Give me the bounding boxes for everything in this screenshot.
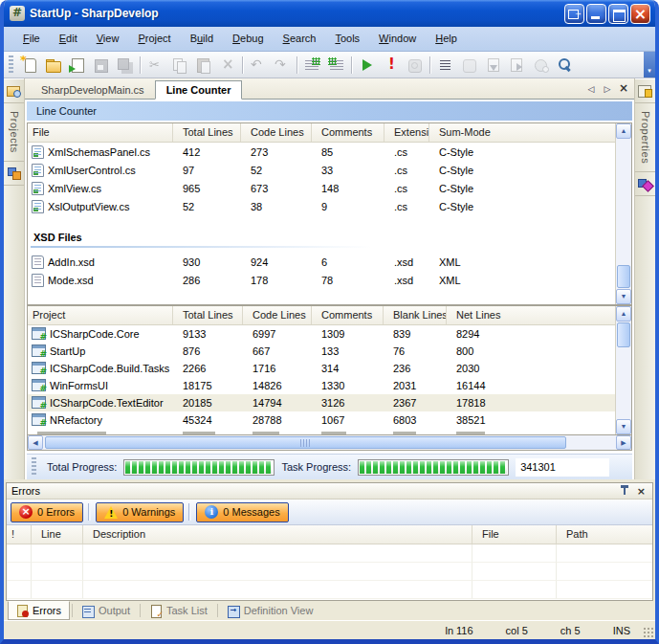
delete-button[interactable]: [215, 54, 239, 76]
table-row[interactable]: XmlSchemasPanel.cs41227385.csC-Style: [28, 143, 615, 161]
pad-label-projects[interactable]: Projects: [9, 103, 20, 161]
table-row[interactable]: AddIn.xsd9309246.xsdXML: [28, 253, 615, 271]
uncomment-region-button[interactable]: [324, 54, 348, 76]
table-row[interactable]: WinFormsUI18175148261330203116144: [28, 377, 615, 394]
prev-doc-icon[interactable]: ◁: [584, 82, 598, 96]
pad-tab-properties[interactable]: [635, 78, 655, 103]
table-row[interactable]: XslOutputView.cs52389.csC-Style: [28, 197, 615, 215]
menu-item-file[interactable]: File: [13, 27, 50, 51]
bottom-tab-output[interactable]: Output: [75, 601, 138, 620]
close-panel-icon[interactable]: ×: [635, 485, 648, 498]
menu-item-build[interactable]: Build: [181, 27, 223, 51]
search-button[interactable]: [553, 54, 577, 76]
column-header-description[interactable]: Description: [83, 525, 472, 544]
errors-filter-button[interactable]: 0 Errors: [11, 502, 83, 522]
menu-item-debug[interactable]: Debug: [223, 27, 273, 51]
open-file-button[interactable]: [41, 54, 65, 76]
column-header-comments[interactable]: Comments: [312, 123, 384, 142]
minimize-icon[interactable]: [586, 4, 606, 24]
column-header-extension[interactable]: Extension: [384, 123, 429, 142]
column-header-file[interactable]: File: [28, 123, 173, 142]
bottom-tab-definition-view[interactable]: Definition View: [220, 601, 321, 620]
stop-button[interactable]: [403, 54, 427, 76]
scroll-track[interactable]: [617, 322, 630, 419]
toggle-window-icon[interactable]: [564, 4, 584, 24]
scroll-thumb[interactable]: [45, 436, 566, 449]
pad-tab-secondary[interactable]: [4, 161, 24, 186]
table-row[interactable]: StartUp87666713376800: [28, 343, 615, 360]
scroll-track[interactable]: [43, 436, 616, 449]
undo-button[interactable]: [246, 54, 270, 76]
menu-item-tools[interactable]: Tools: [325, 27, 369, 51]
toolbar-grip-handle[interactable]: [9, 56, 13, 75]
column-header-total-lines[interactable]: Total Lines: [173, 123, 241, 142]
list-lines-button[interactable]: [433, 54, 457, 76]
abort-button[interactable]: [379, 54, 403, 76]
projects-table-hscrollbar[interactable]: ◀ ▶: [27, 435, 632, 451]
menu-item-window[interactable]: Window: [369, 27, 426, 51]
save-all-button[interactable]: [113, 54, 137, 76]
column-header-code-lines[interactable]: Code Lines: [241, 123, 312, 142]
maximize-icon[interactable]: [608, 4, 628, 24]
column-header-code-lines[interactable]: Code Lines: [243, 306, 312, 324]
table-row[interactable]: NRefactory45324287881067680338521: [28, 411, 615, 429]
title-bar[interactable]: # StartUp - SharpDevelop: [4, 0, 655, 27]
resize-grip[interactable]: [642, 626, 654, 638]
column-header-project[interactable]: Project: [28, 306, 173, 324]
menu-item-view[interactable]: View: [87, 27, 129, 51]
close-icon[interactable]: [630, 4, 650, 24]
table-row[interactable]: ICSharpCode.Core9133699713098398294: [28, 325, 615, 343]
save-file-button[interactable]: [89, 54, 113, 76]
table-row[interactable]: XmlView.cs965673148.csC-Style: [28, 179, 615, 197]
projects-table-vscrollbar[interactable]: ▲ ▼: [615, 306, 631, 434]
pad-tab-projects[interactable]: [4, 78, 24, 103]
warnings-filter-button[interactable]: 0 Warnings: [96, 502, 184, 522]
doc-tab-sharpdevelopmain-cs[interactable]: SharpDevelopMain.cs: [31, 81, 155, 99]
doc-tab-line-counter[interactable]: Line Counter: [155, 80, 243, 100]
column-header-blank-lines[interactable]: Blank Lines: [384, 306, 447, 324]
paste-button[interactable]: [191, 54, 215, 76]
run-button[interactable]: [355, 54, 379, 76]
bottom-tab-errors[interactable]: Errors: [8, 601, 70, 620]
copy-button[interactable]: [167, 54, 191, 76]
menu-item-project[interactable]: Project: [128, 27, 180, 51]
column-header-total-lines[interactable]: Total Lines: [173, 306, 243, 324]
close-doc-icon[interactable]: ×: [617, 82, 630, 96]
table-row[interactable]: ICSharpCode.Build.Tasks22661716314236203…: [28, 360, 615, 377]
files-table-vscrollbar[interactable]: ▲ ▼: [615, 123, 631, 304]
scroll-up-icon[interactable]: ▲: [616, 306, 631, 322]
next-doc-icon[interactable]: ▷: [601, 82, 614, 96]
column-header-sum-mode[interactable]: Sum-Mode: [429, 123, 615, 142]
scroll-up-icon[interactable]: ▲: [616, 123, 631, 139]
open-solution-button[interactable]: [65, 54, 89, 76]
column-header-line[interactable]: Line: [32, 525, 83, 544]
messages-filter-button[interactable]: 0 Messages: [196, 502, 288, 522]
cut-button[interactable]: [143, 54, 167, 76]
scroll-thumb[interactable]: [617, 322, 630, 347]
scroll-left-icon[interactable]: ◀: [28, 435, 43, 450]
table-row[interactable]: Mode.xsd28617878.xsdXML: [28, 271, 615, 289]
scroll-right-icon[interactable]: ▶: [616, 435, 631, 450]
column-header--[interactable]: !: [7, 525, 32, 544]
new-file-button[interactable]: [17, 54, 41, 76]
column-header-file[interactable]: File: [472, 525, 557, 544]
redo-button[interactable]: [270, 54, 294, 76]
progress-toolbar-grip[interactable]: [32, 457, 36, 477]
scroll-down-icon[interactable]: ▼: [616, 289, 631, 304]
deploy-page-button[interactable]: [505, 54, 529, 76]
column-header-net-lines[interactable]: Net Lines: [447, 306, 615, 324]
toolbar-overflow-icon[interactable]: ▾: [644, 52, 655, 78]
table-row[interactable]: ICSharpCode.TextEditor201851479431262367…: [28, 394, 615, 411]
bottom-tab-task-list[interactable]: Task List: [143, 601, 215, 620]
rounded-square-button[interactable]: [457, 54, 481, 76]
pad-tab-secondary[interactable]: [635, 171, 655, 196]
menu-item-help[interactable]: Help: [426, 27, 467, 51]
column-header-comments[interactable]: Comments: [312, 306, 384, 324]
column-header-path[interactable]: Path: [557, 525, 652, 544]
scroll-track[interactable]: [617, 139, 630, 289]
pad-label-properties[interactable]: Properties: [640, 103, 651, 171]
pin-icon[interactable]: [620, 485, 629, 497]
web-search-button[interactable]: [529, 54, 553, 76]
menu-item-edit[interactable]: Edit: [50, 27, 87, 51]
scroll-down-icon[interactable]: ▼: [616, 419, 631, 434]
